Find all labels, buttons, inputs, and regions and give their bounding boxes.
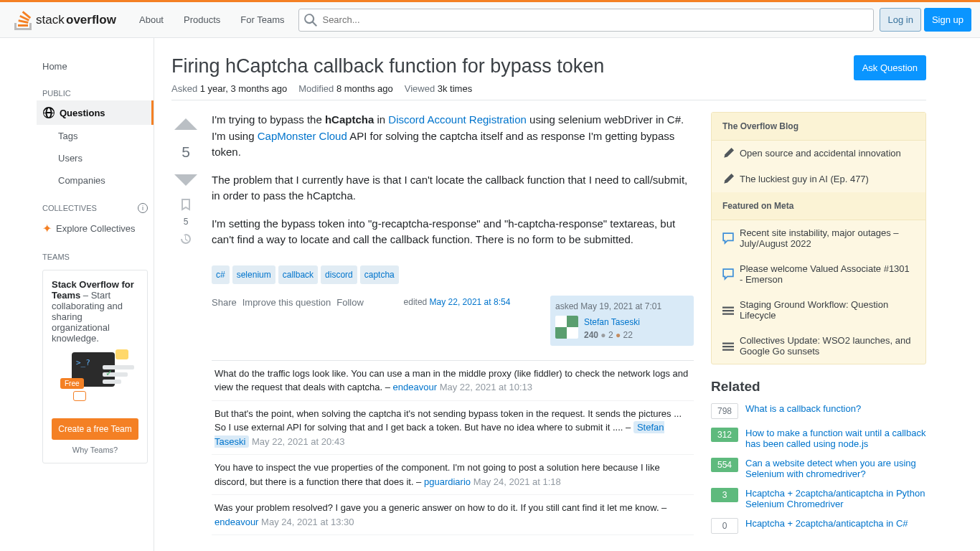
ask-question-button[interactable]: Ask Question bbox=[854, 55, 926, 80]
left-sidebar: Home PUBLIC Questions Tags Users Compani… bbox=[37, 38, 154, 551]
meta-item[interactable]: Collectives Update: WSO2 launches, and G… bbox=[712, 328, 925, 364]
upvote-button[interactable] bbox=[173, 112, 199, 138]
link-discord-reg[interactable]: Discord Account Registration bbox=[388, 113, 527, 126]
comment-time: May 22, 2021 at 20:43 bbox=[252, 436, 344, 447]
comment-time: May 22, 2021 at 10:13 bbox=[440, 382, 532, 392]
tag-captcha[interactable]: captcha bbox=[360, 265, 399, 284]
tag-discord[interactable]: discord bbox=[321, 265, 357, 284]
comment: But that's the point, when solving the c… bbox=[212, 401, 694, 456]
related-item: 798What is a callback function? bbox=[711, 403, 926, 419]
teams-illustration: >_? Free ✓ bbox=[52, 352, 138, 410]
star-burst-icon: ✦ bbox=[42, 222, 52, 235]
nav-home[interactable]: Home bbox=[37, 55, 154, 77]
comment-time: May 24, 2021 at 13:30 bbox=[261, 517, 354, 527]
post-actions: Share Improve this question Follow edite… bbox=[212, 296, 694, 346]
search-icon bbox=[304, 14, 317, 27]
vote-column: 5 5 bbox=[171, 112, 200, 535]
question-meta: Asked 1 year, 3 months ago Modified 8 mo… bbox=[171, 83, 926, 100]
edited-box[interactable]: edited May 22, 2021 at 8:54 bbox=[404, 296, 511, 309]
blog-item[interactable]: The luckiest guy in AI (Ep. 477) bbox=[712, 166, 925, 192]
improve-link[interactable]: Improve this question bbox=[242, 296, 331, 310]
post-p2: The problem that I currently have is tha… bbox=[212, 172, 694, 204]
meta-item[interactable]: Staging Ground Workflow: Question Lifecy… bbox=[712, 292, 925, 328]
right-sidebar: The Overflow Blog Open source and accide… bbox=[711, 112, 926, 542]
nav-heading-teams: TEAMS bbox=[37, 241, 154, 264]
free-badge: Free bbox=[60, 378, 84, 389]
nav-users[interactable]: Users bbox=[37, 147, 154, 169]
meta-item[interactable]: Please welcome Valued Associate #1301 - … bbox=[712, 256, 925, 292]
comment-user-link[interactable]: endeavour bbox=[215, 517, 258, 527]
pencil-icon bbox=[722, 148, 734, 159]
meta-item[interactable]: Recent site instability, major outages –… bbox=[712, 220, 925, 256]
nav-heading-collectives: COLLECTIVES i bbox=[37, 192, 154, 216]
post-body: I'm trying to bypass the hCaptcha in Dis… bbox=[212, 112, 694, 535]
asked-label: Asked bbox=[171, 83, 197, 94]
related-heading: Related bbox=[711, 379, 926, 395]
svg-text:stack: stack bbox=[36, 13, 65, 27]
create-team-button[interactable]: Create a free Team bbox=[52, 418, 138, 440]
pencil-icon bbox=[722, 174, 734, 185]
site-header: stack overflow About Products For Teams … bbox=[0, 2, 980, 38]
svg-text:overflow: overflow bbox=[66, 13, 117, 27]
signup-button[interactable]: Sign up bbox=[924, 8, 971, 32]
question-post: 5 5 I'm trying to bypass the hCaptcha in… bbox=[171, 112, 694, 535]
nav-heading-public: PUBLIC bbox=[37, 77, 154, 100]
related-count: 3 bbox=[711, 488, 738, 502]
link-capmonster[interactable]: CapMonster Cloud bbox=[258, 130, 347, 142]
info-icon[interactable]: i bbox=[138, 203, 148, 213]
related-count: 312 bbox=[711, 428, 738, 442]
nav-products[interactable]: Products bbox=[175, 10, 229, 29]
tag-selenium[interactable]: selenium bbox=[232, 265, 275, 284]
nav-explore-collectives[interactable]: ✦ Explore Collectives bbox=[37, 216, 154, 241]
related-item: 554Can a website detect when you are usi… bbox=[711, 458, 926, 479]
comment-user-link[interactable]: pguardiario bbox=[424, 476, 471, 487]
nav-questions[interactable]: Questions bbox=[37, 100, 154, 125]
viewed-label: Viewed bbox=[405, 83, 435, 94]
comment-user-link[interactable]: endeavour bbox=[393, 382, 437, 392]
question-header: Firing hCaptcha callback function for by… bbox=[171, 55, 926, 83]
related-item: 312How to make a function wait until a c… bbox=[711, 428, 926, 449]
related-link[interactable]: Can a website detect when you are using … bbox=[745, 458, 926, 479]
login-button[interactable]: Log in bbox=[880, 8, 920, 32]
collectives-label: COLLECTIVES bbox=[42, 204, 97, 212]
qa-column: 5 5 I'm trying to bypass the hCaptcha in… bbox=[171, 112, 694, 542]
downvote-button[interactable] bbox=[173, 166, 199, 192]
related-link[interactable]: What is a callback function? bbox=[745, 403, 861, 414]
related-link[interactable]: Hcaptcha + 2captcha/anticaptcha in Pytho… bbox=[745, 488, 926, 509]
comment: You have to inspect the vue properties o… bbox=[212, 455, 694, 495]
avatar[interactable] bbox=[555, 316, 578, 339]
why-teams-link[interactable]: Why Teams? bbox=[52, 446, 138, 454]
nav-tags[interactable]: Tags bbox=[37, 125, 154, 147]
main-content: Firing hCaptcha callback function for by… bbox=[154, 38, 943, 551]
related-link[interactable]: How to make a function wait until a call… bbox=[745, 428, 926, 449]
speech-icon bbox=[722, 227, 734, 249]
related-link[interactable]: Hcaptcha + 2captcha/anticaptcha in C# bbox=[745, 518, 908, 529]
history-icon[interactable] bbox=[179, 232, 192, 245]
search-input[interactable] bbox=[298, 9, 874, 32]
nav-about[interactable]: About bbox=[131, 10, 172, 29]
teams-promo-box: Stack Overflow for Teams – Start collabo… bbox=[42, 270, 148, 463]
asked-value: 1 year, 3 months ago bbox=[200, 83, 287, 94]
nav-companies[interactable]: Companies bbox=[37, 169, 154, 192]
tag-csharp[interactable]: c# bbox=[212, 265, 230, 284]
stack-icon bbox=[722, 335, 734, 357]
user-rep: 240 bbox=[584, 330, 598, 340]
vote-count: 5 bbox=[182, 143, 190, 161]
blog-item[interactable]: Open source and accidental innovation bbox=[712, 141, 925, 166]
tag-list: c# selenium callback discord captcha bbox=[212, 265, 694, 284]
comments-list: What do the traffic logs look like. You … bbox=[212, 360, 694, 536]
follow-link[interactable]: Follow bbox=[336, 296, 364, 310]
nav-questions-label: Questions bbox=[60, 108, 105, 118]
related-count: 554 bbox=[711, 458, 738, 472]
tag-callback[interactable]: callback bbox=[278, 265, 318, 284]
logo-link[interactable]: stack overflow bbox=[9, 2, 128, 37]
search-wrap bbox=[298, 9, 874, 32]
related-list: 798What is a callback function?312How to… bbox=[711, 403, 926, 534]
user-name-link[interactable]: Stefan Taseski bbox=[584, 317, 640, 327]
comment: Was your problem resolved? I gave you a … bbox=[212, 495, 694, 535]
share-link[interactable]: Share bbox=[212, 296, 237, 310]
globe-icon bbox=[42, 106, 55, 119]
nav-for-teams[interactable]: For Teams bbox=[232, 10, 293, 29]
overflow-blog-box: The Overflow Blog Open source and accide… bbox=[711, 112, 926, 364]
bookmark-icon[interactable] bbox=[179, 198, 192, 211]
